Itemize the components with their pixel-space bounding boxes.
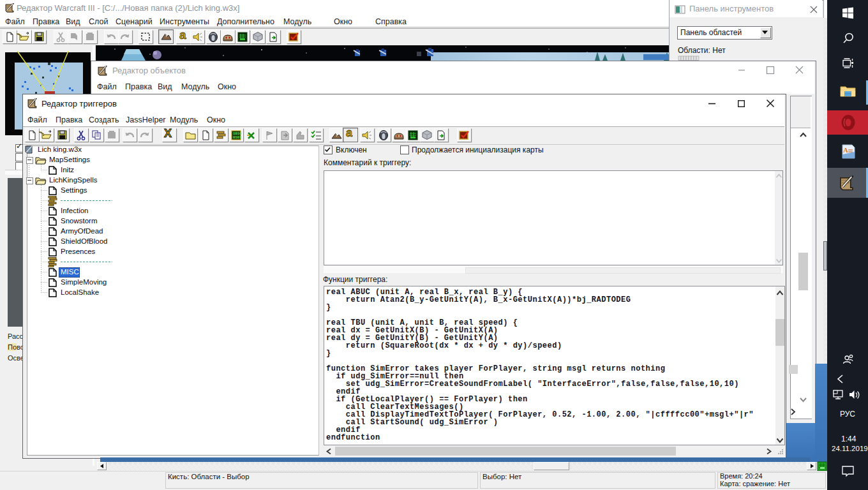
svg-text:A: A — [843, 146, 848, 154]
svg-text:0101: 0101 — [233, 135, 242, 140]
